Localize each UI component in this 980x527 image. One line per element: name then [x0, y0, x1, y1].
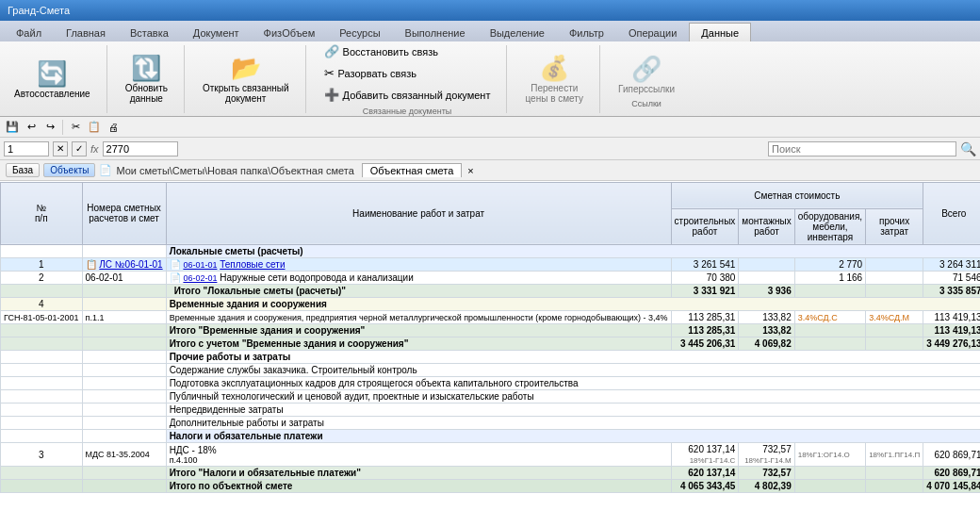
row-total: 3 264 311: [923, 258, 980, 272]
table-row[interactable]: 3 МДС 81-35.2004 НДС - 18% п.4.100 620 1…: [1, 443, 981, 467]
row-build: 620 137,1418%Г1-Г14.С: [671, 443, 739, 467]
section-num: 4: [1, 298, 83, 311]
section-plain-label: Содержание службы заказчика. Строительны…: [166, 364, 980, 377]
section-plain-row: Прочие работы и затраты: [1, 351, 981, 364]
tab-home[interactable]: Главная: [54, 23, 118, 41]
row-num-est: МДС 81-35.2004: [82, 443, 166, 467]
section-plain-row: Дополнительные работы и затраты: [1, 417, 981, 430]
objects-button[interactable]: Объекты: [43, 163, 95, 177]
quick-save-btn[interactable]: 💾: [4, 119, 21, 136]
tab-filter[interactable]: Фильтр: [557, 23, 616, 41]
col-equip: оборудования,мебели, инвентаря: [794, 208, 865, 244]
section-plain-row: Подготовка эксплуатационных кадров для с…: [1, 377, 981, 390]
path-text: Мои сметы\Сметы\Новая папка\Объектная см…: [116, 165, 353, 176]
tab-insert[interactable]: Вставка: [118, 23, 181, 41]
formula-bar: ✕ ✓ fx 🔍: [0, 138, 980, 160]
total-row: Итого "Локальные сметы (расчеты)" 3 331 …: [1, 285, 981, 298]
section-num-est: [82, 244, 166, 258]
row-total: 113 419,13: [923, 311, 980, 324]
tab-document[interactable]: Документ: [181, 23, 252, 41]
section-label: Временные здания и сооружения: [166, 298, 980, 311]
ribbon-group-open: 📂 Открыть связанныйдокумент: [196, 45, 306, 113]
formula-cancel-btn[interactable]: ✕: [53, 141, 68, 156]
row-num: 1: [1, 258, 83, 272]
formula-confirm-btn[interactable]: ✓: [72, 141, 87, 156]
update-button[interactable]: 🔃 Обновитьданные: [119, 49, 174, 108]
total-row: Итого с учетом "Временные здания и соору…: [1, 338, 981, 351]
row-name: 📄 06-02-01 Наружные сети водопровода и к…: [166, 272, 671, 285]
linked-docs-label: Связанные документы: [318, 107, 498, 116]
quick-sep1: [62, 120, 63, 135]
quick-copy-btn[interactable]: 📋: [86, 119, 103, 136]
row-mount: 732,5718%Г1-Г14.М: [739, 443, 794, 467]
tab-physvolume[interactable]: ФизОбъем: [252, 23, 328, 41]
tab-file[interactable]: Файл: [4, 23, 54, 41]
add-linked-button[interactable]: ➕ Добавить связанный документ: [318, 85, 498, 105]
search-input[interactable]: [768, 141, 956, 156]
table-container[interactable]: №п/п Номера сметныхрасчетов и смет Наиме…: [0, 181, 980, 527]
col-mount: монтажных работ: [739, 208, 794, 244]
tab-data[interactable]: Данные: [689, 23, 751, 41]
row-build: 70 380: [671, 272, 739, 285]
hyperlinks-label: Гиперссылки: [618, 84, 675, 94]
hyperlinks-icon: 🔗: [631, 55, 662, 84]
ribbon-tabs: Файл Главная Вставка Документ ФизОбъем Р…: [0, 21, 980, 41]
row-total: 71 546: [923, 272, 980, 285]
cell-ref-input[interactable]: [4, 141, 49, 156]
open-linked-button[interactable]: 📂 Открыть связанныйдокумент: [196, 49, 296, 108]
hyperlinks-button[interactable]: 🔗 Гиперссылки: [612, 50, 681, 99]
table-row[interactable]: ГСН-81-05-01-2001 п.1.1 Временные здания…: [1, 311, 981, 324]
move-prices-button[interactable]: 💰 Перенестицены в смету: [518, 49, 590, 108]
path-tab-close[interactable]: ×: [467, 165, 473, 176]
path-tab-label[interactable]: Объектная смета: [362, 163, 463, 177]
tab-execution[interactable]: Выполнение: [393, 23, 478, 41]
row-other: 3.4%СД.М: [866, 311, 923, 324]
autocomplete-label: Автосоставление: [14, 89, 90, 99]
quick-print-btn[interactable]: 🖨: [105, 119, 122, 136]
quick-undo-btn[interactable]: ↩: [23, 119, 40, 136]
row-ref-text2: 06-02-01: [183, 273, 217, 283]
tab-resources[interactable]: Ресурсы: [327, 23, 392, 41]
row-mount: [739, 272, 794, 285]
row-mount: [739, 258, 794, 272]
restore-link-icon: 🔗: [324, 44, 339, 58]
section-label: Налоги и обязательные платежи: [166, 430, 980, 443]
total-build: 3 331 921: [671, 285, 739, 298]
row-equip: 2 770: [794, 258, 865, 272]
row-equip: 18%Г1:ОГ14.О: [794, 443, 865, 467]
total-row: Итого "Налоги и обязательные платежи" 62…: [1, 467, 981, 480]
tab-selection[interactable]: Выделение: [478, 23, 557, 41]
break-link-button[interactable]: ✂ Разорвать связь: [318, 63, 498, 83]
section-plain-row: Непредвиденные затраты: [1, 403, 981, 417]
section-row-taxes: Налоги и обязательные платежи: [1, 430, 981, 443]
cell-value-input[interactable]: [103, 141, 178, 156]
table-row[interactable]: 2 06-02-01 📄 06-02-01 Наружные сети водо…: [1, 272, 981, 285]
row-other: [866, 258, 923, 272]
add-linked-label: Добавить связанный документ: [343, 90, 491, 101]
title-bar: Гранд-Смета: [0, 0, 980, 21]
ribbon-group-linked: 🔗 Восстановить связь ✂ Разорвать связь ➕…: [318, 45, 508, 113]
quick-redo-btn[interactable]: ↪: [41, 119, 58, 136]
section-plain-label: Непредвиденные затраты: [166, 403, 980, 417]
autocomplete-button[interactable]: 🔄 Автосоставление: [8, 55, 97, 104]
search-icon[interactable]: 🔍: [960, 141, 976, 156]
col-num-est: Номера сметныхрасчетов и смет: [82, 182, 166, 244]
section-plain-label: Подготовка эксплуатационных кадров для с…: [166, 377, 980, 390]
row-ref-text: 06-01-01: [183, 260, 217, 270]
grand-total-row: Итого по объектной смете 4 065 343,45 4 …: [1, 480, 981, 493]
restore-link-button[interactable]: 🔗 Восстановить связь: [318, 41, 498, 61]
tab-operations[interactable]: Операции: [616, 23, 689, 41]
quick-cut-btn[interactable]: ✂: [67, 119, 84, 136]
col-build: строительныхработ: [671, 208, 739, 244]
section-plain-label: Прочие работы и затраты: [166, 351, 980, 364]
row-equip: 3.4%СД.С: [794, 311, 865, 324]
base-button[interactable]: База: [6, 163, 40, 177]
main-table: №п/п Номера сметныхрасчетов и смет Наиме…: [0, 181, 980, 493]
ribbon-group-update: 🔃 Обновитьданные: [119, 45, 185, 113]
row-name: НДС - 18% п.4.100: [166, 443, 671, 467]
table-row[interactable]: 1 📋 ЛС №06-01-01 📄 06-01-01 Тепловые сет…: [1, 258, 981, 272]
row-total: 620 869,71: [923, 443, 980, 467]
section-plain-label: Публичный технологический и ценовой ауди…: [166, 390, 980, 403]
row-doc-icon: 📄: [170, 259, 181, 270]
open-linked-label: Открыть связанныйдокумент: [203, 83, 289, 104]
